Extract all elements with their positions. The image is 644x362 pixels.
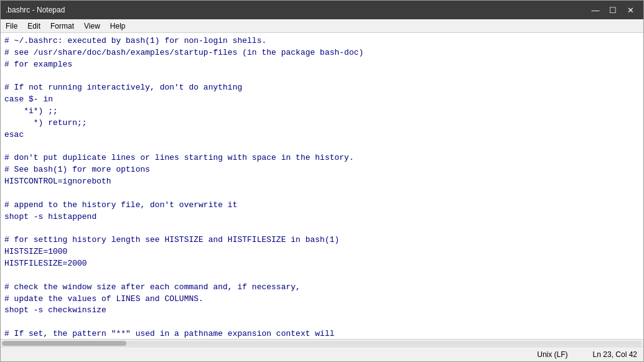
menu-help[interactable]: Help xyxy=(105,21,131,32)
window-title: .bashrc - Notepad xyxy=(6,6,65,14)
maximize-button[interactable]: ☐ xyxy=(605,4,621,16)
cursor-position-status: Ln 23, Col 42 xyxy=(593,350,637,359)
menu-edit[interactable]: Edit xyxy=(22,21,45,32)
line-ending-status: Unix (LF) xyxy=(537,350,567,359)
menu-format[interactable]: Format xyxy=(45,21,79,32)
menu-bar: File Edit Format View Help xyxy=(1,19,643,33)
scrollbar-track xyxy=(2,341,642,346)
status-bar: Unix (LF) Ln 23, Col 42 xyxy=(1,346,643,361)
window-controls: — ☐ ✕ xyxy=(587,4,638,16)
editor-content[interactable]: # ~/.bashrc: executed by bash(1) for non… xyxy=(1,33,643,339)
scrollbar-thumb[interactable] xyxy=(2,341,126,346)
menu-file[interactable]: File xyxy=(1,21,22,32)
title-bar: .bashrc - Notepad — ☐ ✕ xyxy=(1,1,643,19)
close-button[interactable]: ✕ xyxy=(622,4,638,16)
horizontal-scrollbar[interactable] xyxy=(1,339,643,346)
notepad-window: .bashrc - Notepad — ☐ ✕ File Edit Format… xyxy=(0,0,644,362)
editor-area[interactable]: # ~/.bashrc: executed by bash(1) for non… xyxy=(1,33,643,339)
minimize-button[interactable]: — xyxy=(587,4,604,16)
menu-view[interactable]: View xyxy=(79,21,105,32)
